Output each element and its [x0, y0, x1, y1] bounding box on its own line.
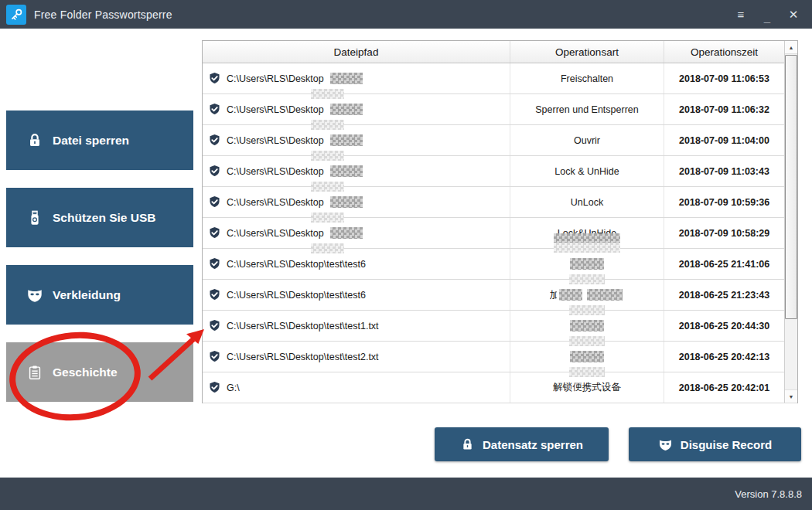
- file-path-text: C:\Users\RLS\Desktop: [227, 166, 324, 177]
- table-row[interactable]: C:\Users\RLS\DesktopOuvrir2018-07-09 11:…: [203, 125, 797, 156]
- operation-cell: Sperren und Entsperren: [510, 94, 664, 124]
- table-row[interactable]: C:\Users\RLS\DesktopUnLock2018-07-09 10:…: [203, 187, 797, 218]
- censor-mosaic: [311, 212, 344, 223]
- table-row[interactable]: C:\Users\RLS\Desktop\test\test2.txt2018-…: [203, 342, 797, 372]
- operation-cell: UnLock: [510, 187, 664, 217]
- sidebar-item-verkleidung[interactable]: Verkleidung: [6, 265, 193, 325]
- shield-check-icon: [208, 226, 221, 240]
- lock-icon: [26, 132, 43, 149]
- censor-mosaic: [330, 227, 363, 239]
- statusbar: Version 7.8.8.8: [0, 478, 812, 510]
- file-path-text: C:\Users\RLS\Desktop: [227, 228, 324, 239]
- operation-text: 解锁便携式设备: [553, 381, 621, 394]
- operation-time: 2018-07-09 10:58:29: [664, 218, 784, 248]
- censor-mosaic: [330, 73, 363, 84]
- button-label: Datensatz sperren: [483, 438, 583, 451]
- file-path-text: G:\: [227, 382, 240, 393]
- column-header-operationszeit[interactable]: Operationszeit: [664, 41, 784, 63]
- operation-cell: Lock & UnHide: [510, 156, 664, 186]
- table-row[interactable]: C:\Users\RLS\Desktop\test\test1.txt2018-…: [203, 311, 797, 342]
- scroll-up-icon[interactable]: ▲: [785, 41, 797, 54]
- path-cell: C:\Users\RLS\Desktop: [203, 218, 510, 248]
- censor-mosaic: [559, 289, 582, 301]
- sidebar-item-datei-sperren[interactable]: Datei sperren: [6, 110, 193, 170]
- shield-check-icon: [208, 288, 221, 301]
- operation-time: 2018-06-25 21:41:06: [664, 249, 784, 279]
- table-row[interactable]: C:\Users\RLS\DesktopLock & UnHide2018-07…: [203, 156, 797, 187]
- shield-check-icon: [208, 165, 221, 178]
- operation-time: 2018-07-09 11:06:32: [664, 94, 784, 124]
- scrollbar[interactable]: ▲ ▼: [784, 41, 797, 403]
- menu-icon[interactable]: ≡: [732, 5, 750, 24]
- censor-mosaic: [570, 258, 604, 270]
- lock-record-button[interactable]: Datensatz sperren: [435, 427, 609, 461]
- button-label: Disguise Record: [681, 438, 772, 451]
- minimize-icon[interactable]: _: [758, 5, 776, 24]
- column-header-operationsart[interactable]: Operationsart: [510, 41, 664, 63]
- window-title: Free Folder Passwortsperre: [34, 8, 172, 21]
- history-icon: [26, 364, 43, 381]
- column-header-dateipfad[interactable]: Dateipfad: [203, 41, 510, 63]
- scroll-down-icon[interactable]: ▼: [785, 389, 797, 403]
- history-table: Dateipfad Operationsart Operationszeit C…: [202, 40, 798, 403]
- censor-mosaic: [587, 289, 623, 301]
- close-icon[interactable]: ✕: [784, 5, 803, 24]
- path-cell: C:\Users\RLS\Desktop\test\test6: [203, 249, 510, 279]
- disguise-record-button[interactable]: Disguise Record: [629, 427, 801, 461]
- sidebar-item-geschichte[interactable]: Geschichte: [6, 342, 193, 402]
- version-label: Version 7.8.8.8: [735, 488, 802, 500]
- censor-mosaic: [554, 233, 620, 253]
- table-row[interactable]: C:\Users\RLS\DesktopFreischalten2018-07-…: [203, 63, 797, 94]
- path-cell: G:\: [203, 372, 510, 403]
- mask-icon: [26, 287, 43, 304]
- operation-time: 2018-06-25 21:23:43: [664, 280, 784, 310]
- table-row[interactable]: C:\Users\RLS\DesktopSperren und Entsperr…: [203, 94, 797, 125]
- key-icon: [9, 7, 24, 22]
- titlebar: Free Folder Passwortsperre ≡ _ ✕: [0, 0, 812, 29]
- operation-text: Sperren und Entsperren: [535, 104, 638, 115]
- censor-mosaic: [569, 305, 605, 315]
- censor-mosaic: [311, 89, 344, 99]
- shield-check-icon: [208, 103, 221, 116]
- table-row[interactable]: G:\解锁便携式设备2018-06-25 20:42:01: [203, 372, 797, 403]
- file-path-text: C:\Users\RLS\Desktop\test\test1.txt: [227, 321, 379, 332]
- censor-mosaic: [570, 320, 604, 332]
- shield-check-icon: [208, 257, 221, 270]
- shield-check-icon: [208, 134, 221, 147]
- scrollbar-thumb[interactable]: [785, 55, 797, 319]
- operation-text: Lock & UnHide: [554, 166, 619, 177]
- file-path-text: C:\Users\RLS\Desktop\test\test6: [227, 290, 366, 301]
- censor-mosaic: [570, 351, 604, 362]
- path-cell: C:\Users\RLS\Desktop: [203, 156, 510, 186]
- path-cell: C:\Users\RLS\Desktop: [203, 94, 510, 124]
- sidebar-item-label: Verkleidung: [53, 288, 121, 302]
- file-path-text: C:\Users\RLS\Desktop\test\test6: [227, 259, 366, 270]
- sidebar-item-schuetzen-usb[interactable]: Schützen Sie USB: [6, 188, 193, 247]
- shield-check-icon: [208, 381, 221, 394]
- mask-icon: [658, 437, 673, 452]
- file-path-text: C:\Users\RLS\Desktop: [227, 135, 324, 146]
- operation-time: 2018-06-25 20:42:13: [664, 342, 784, 372]
- censor-mosaic: [311, 120, 344, 130]
- table-row[interactable]: C:\Users\RLS\Desktop\test\test62018-06-2…: [203, 249, 797, 280]
- operation-text-fragment: 加: [550, 288, 557, 302]
- operation-text: Freischalten: [561, 73, 613, 84]
- table-row[interactable]: C:\Users\RLS\DesktopLock&UnHide2018-07-0…: [203, 218, 797, 249]
- operation-text-censored: Lock&UnHide: [558, 228, 616, 239]
- shield-check-icon: [208, 319, 221, 332]
- censor-mosaic: [330, 104, 363, 115]
- shield-check-icon: [208, 196, 221, 209]
- censor-mosaic: [311, 151, 344, 161]
- table-row[interactable]: C:\Users\RLS\Desktop\test\test6加2018-06-…: [203, 280, 797, 311]
- file-path-text: C:\Users\RLS\Desktop\test\test2.txt: [227, 352, 379, 362]
- file-path-text: C:\Users\RLS\Desktop: [227, 104, 324, 115]
- table-rows: C:\Users\RLS\DesktopFreischalten2018-07-…: [203, 63, 797, 403]
- operation-cell: Ouvrir: [510, 125, 664, 155]
- operation-time: 2018-07-09 11:04:00: [664, 125, 784, 155]
- path-cell: C:\Users\RLS\Desktop: [203, 63, 510, 94]
- path-cell: C:\Users\RLS\Desktop\test\test2.txt: [203, 342, 510, 372]
- sidebar-item-label: Geschichte: [53, 366, 118, 379]
- operation-text: Ouvrir: [574, 135, 600, 146]
- table-header: Dateipfad Operationsart Operationszeit: [203, 41, 797, 63]
- censor-mosaic: [569, 336, 605, 346]
